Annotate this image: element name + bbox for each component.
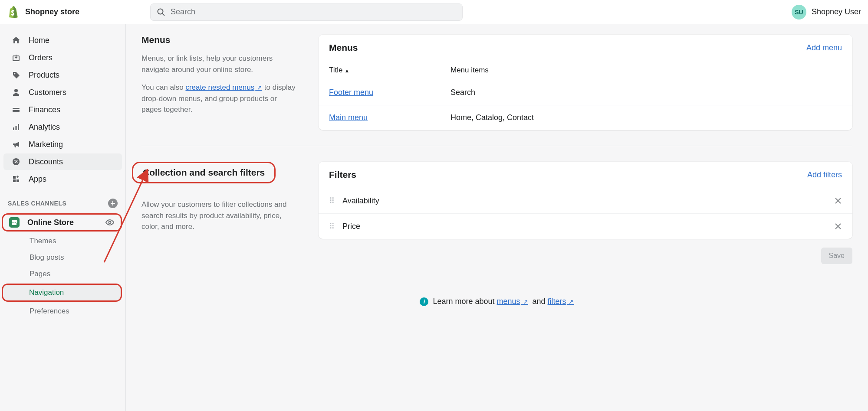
svg-line-1 (162, 13, 164, 16)
filter-row: ⠿ Availability (319, 188, 852, 213)
subnav-themes[interactable]: Themes (3, 233, 122, 249)
filters-card-title: Filters (329, 170, 356, 180)
external-link-icon: ↗ (255, 84, 262, 91)
filter-label: Availability (342, 196, 825, 206)
discount-icon (11, 157, 21, 166)
col-title-header[interactable]: Title▲ (329, 66, 450, 75)
sidebar-item-label: Finances (29, 105, 60, 114)
sidebar-item-home[interactable]: Home (3, 32, 122, 49)
col-items-header: Menu items (450, 66, 842, 75)
apps-icon (11, 174, 21, 184)
menu-link-main[interactable]: Main menu (329, 113, 368, 122)
learn-more-footer: i Learn more about menus ↗ and filters ↗ (141, 280, 852, 306)
external-link-icon: ↗ (567, 298, 574, 305)
svg-point-12 (16, 162, 17, 163)
sidebar-item-customers[interactable]: Customers (3, 84, 122, 101)
menu-link-footer[interactable]: Footer menu (329, 88, 373, 97)
menus-section-desc2: You can also create nested menus ↗ to di… (141, 82, 298, 115)
sidebar-item-label: Products (29, 71, 59, 80)
search-input[interactable]: Search (150, 3, 463, 21)
analytics-icon (11, 122, 21, 132)
view-store-icon[interactable] (105, 218, 115, 227)
svg-rect-9 (18, 124, 19, 130)
filter-row: ⠿ Price (319, 213, 852, 239)
sidebar: Home Orders Products Customers Finances … (0, 24, 126, 323)
sidebar-item-apps[interactable]: Apps (3, 171, 122, 187)
filter-label: Price (342, 222, 825, 231)
menus-table-header: Title▲ Menu items (319, 61, 852, 80)
store-identity: Shopney store (7, 6, 150, 18)
table-row: Main menu Home, Catalog, Contact (319, 105, 852, 130)
sidebar-item-discounts[interactable]: Discounts (3, 153, 122, 170)
top-bar: Shopney store Search SU Shopney User (0, 0, 868, 24)
drag-handle-icon[interactable]: ⠿ (329, 222, 334, 231)
channel-label: Online Store (27, 218, 74, 227)
store-icon (9, 217, 20, 228)
sidebar-item-analytics[interactable]: Analytics (3, 119, 122, 135)
filters-section-desc: Allow your customers to filter collectio… (141, 199, 298, 232)
sidebar-item-label: Apps (29, 175, 46, 184)
sidebar-item-marketing[interactable]: Marketing (3, 136, 122, 153)
sidebar-item-products[interactable]: Products (3, 67, 122, 83)
svg-rect-15 (13, 179, 16, 182)
person-icon (11, 88, 21, 97)
filters-section-title: Collection and search filters (132, 162, 276, 183)
sidebar-item-label: Customers (29, 88, 66, 97)
info-icon: i (420, 297, 428, 306)
sidebar-item-label: Analytics (29, 123, 60, 132)
external-link-icon: ↗ (521, 298, 528, 305)
svg-point-3 (14, 73, 16, 75)
add-channel-button[interactable] (108, 199, 118, 208)
svg-rect-6 (13, 109, 20, 110)
learn-more-filters-link[interactable]: filters ↗ (548, 297, 574, 306)
sidebar-item-orders[interactable]: Orders (3, 49, 122, 66)
search-container: Search (150, 3, 463, 21)
subnav-blog-posts[interactable]: Blog posts (3, 250, 122, 265)
sidebar-item-label: Discounts (29, 157, 63, 166)
main-content: Menus Menus, or link lists, help your cu… (126, 0, 868, 323)
menus-card: Menus Add menu Title▲ Menu items Footer … (319, 35, 852, 130)
svg-point-16 (109, 222, 111, 224)
menus-card-title: Menus (329, 42, 358, 53)
add-filters-link[interactable]: Add filters (807, 170, 842, 179)
avatar: SU (792, 5, 806, 20)
sales-channels-header: SALES CHANNELS (0, 188, 125, 212)
subnav-pages[interactable]: Pages (3, 266, 122, 282)
svg-rect-7 (13, 127, 14, 130)
menus-section-desc1: Menus, or link lists, help your customer… (141, 53, 298, 75)
svg-rect-14 (16, 179, 19, 182)
menus-section: Menus Menus, or link lists, help your cu… (141, 35, 852, 146)
remove-filter-button[interactable] (834, 197, 842, 205)
subnav-preferences[interactable]: Preferences (3, 303, 122, 319)
svg-point-4 (14, 89, 18, 92)
menus-section-title: Menus (141, 35, 298, 45)
create-nested-menus-link[interactable]: create nested menus ↗ (185, 83, 262, 91)
sidebar-item-label: Marketing (29, 140, 63, 149)
channel-online-store[interactable]: Online Store (2, 213, 122, 232)
sidebar-item-label: Home (29, 36, 49, 45)
table-row: Footer menu Search (319, 80, 852, 105)
subnav-navigation[interactable]: Navigation (2, 284, 122, 302)
sort-asc-icon: ▲ (345, 68, 350, 74)
svg-rect-13 (13, 176, 16, 179)
user-menu[interactable]: SU Shopney User (792, 5, 861, 20)
search-placeholder: Search (171, 7, 195, 16)
search-icon (157, 8, 165, 16)
sidebar-item-finances[interactable]: Finances (3, 101, 122, 118)
learn-more-menus-link[interactable]: menus ↗ (497, 297, 528, 306)
menu-items-cell: Home, Catalog, Contact (450, 113, 842, 122)
tag-icon (11, 70, 21, 80)
svg-point-11 (14, 160, 15, 161)
orders-icon (11, 53, 21, 62)
add-menu-link[interactable]: Add menu (806, 43, 842, 52)
megaphone-icon (11, 140, 21, 149)
save-button[interactable]: Save (821, 248, 852, 264)
drag-handle-icon[interactable]: ⠿ (329, 196, 334, 206)
shopify-logo-icon (7, 6, 19, 18)
sidebar-item-label: Orders (29, 53, 53, 62)
finance-icon (11, 105, 21, 114)
svg-rect-8 (16, 126, 17, 130)
svg-point-0 (158, 9, 163, 14)
remove-filter-button[interactable] (834, 222, 842, 230)
store-name: Shopney store (25, 7, 79, 16)
